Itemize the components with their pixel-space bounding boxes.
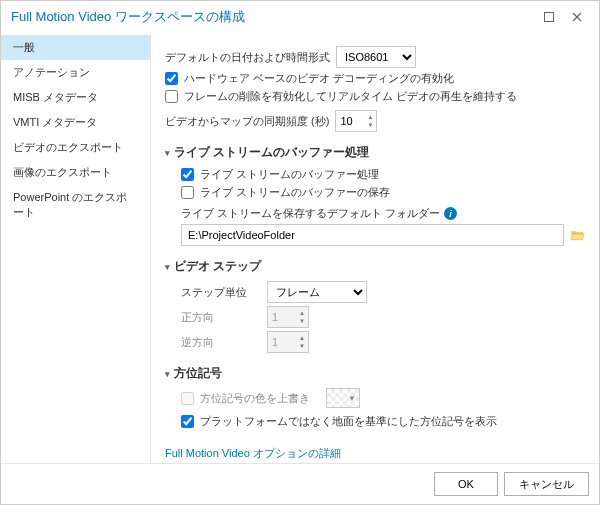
buffer-save-label: ライブ ストリームのバッファーの保存 (200, 185, 390, 200)
sidebar-item-powerpoint[interactable]: PowerPoint のエクスポート (1, 185, 150, 225)
step-section-header[interactable]: ▾ ビデオ ステップ (165, 258, 585, 275)
orient-override-checkbox (181, 392, 194, 405)
buffer-enable-checkbox[interactable] (181, 168, 194, 181)
sidebar-item-misb[interactable]: MISB メタデータ (1, 85, 150, 110)
buffer-save-checkbox[interactable] (181, 186, 194, 199)
step-forward-stepper: ▲▼ (267, 306, 309, 328)
buffer-folder-label: ライブ ストリームを保存するデフォルト フォルダー (181, 206, 440, 221)
buffer-folder-input[interactable] (181, 224, 564, 246)
default-datetime-label: デフォルトの日付および時間形式 (165, 50, 330, 65)
title-bar: Full Motion Video ワークスペースの構成 (1, 1, 599, 33)
buffer-section-header[interactable]: ▾ ライブ ストリームのバッファー処理 (165, 144, 585, 161)
chevron-down-icon[interactable]: ▼ (364, 121, 376, 129)
orient-ground-label: プラットフォームではなく地面を基準にした方位記号を表示 (200, 414, 497, 429)
window-title: Full Motion Video ワークスペースの構成 (11, 8, 535, 26)
sidebar: 一般 アノテーション MISB メタデータ VMTI メタデータ ビデオのエクス… (1, 33, 151, 463)
default-datetime-select[interactable]: ISO8601 (336, 46, 416, 68)
chevron-up-icon: ▲ (296, 334, 308, 342)
step-backward-stepper: ▲▼ (267, 331, 309, 353)
sidebar-item-annotation[interactable]: アノテーション (1, 60, 150, 85)
hw-decode-label: ハードウェア ベースのビデオ デコーディングの有効化 (184, 71, 454, 86)
sync-freq-stepper[interactable]: ▲▼ (335, 110, 377, 132)
orient-ground-checkbox[interactable] (181, 415, 194, 428)
main-area: 一般 アノテーション MISB メタデータ VMTI メタデータ ビデオのエクス… (1, 33, 599, 463)
sidebar-item-image-export[interactable]: 画像のエクスポート (1, 160, 150, 185)
sync-freq-input[interactable] (336, 111, 364, 131)
sidebar-item-general[interactable]: 一般 (1, 35, 150, 60)
chevron-down-icon: ▼ (345, 394, 359, 403)
footer: OK キャンセル (1, 463, 599, 504)
orient-section-header[interactable]: ▾ 方位記号 (165, 365, 585, 382)
chevron-down-icon: ▼ (296, 342, 308, 350)
maximize-icon[interactable] (535, 7, 563, 27)
step-unit-select[interactable]: フレーム (267, 281, 367, 303)
step-forward-input (268, 307, 296, 327)
step-unit-label: ステップ単位 (181, 285, 261, 300)
more-options-link[interactable]: Full Motion Video オプションの詳細 (165, 446, 341, 461)
info-icon[interactable]: i (444, 207, 457, 220)
sync-freq-label: ビデオからマップの同期頻度 (秒) (165, 114, 329, 129)
chevron-up-icon[interactable]: ▲ (364, 113, 376, 121)
chevron-down-icon: ▾ (165, 262, 170, 272)
sidebar-item-vmti[interactable]: VMTI メタデータ (1, 110, 150, 135)
buffer-enable-label: ライブ ストリームのバッファー処理 (200, 167, 379, 182)
step-forward-label: 正方向 (181, 310, 261, 325)
sidebar-item-video-export[interactable]: ビデオのエクスポート (1, 135, 150, 160)
orient-color-swatch: ▼ (326, 388, 360, 408)
chevron-down-icon: ▾ (165, 148, 170, 158)
cancel-button[interactable]: キャンセル (504, 472, 589, 496)
chevron-up-icon: ▲ (296, 309, 308, 317)
svg-rect-0 (545, 13, 554, 22)
hw-decode-checkbox[interactable] (165, 72, 178, 85)
ok-button[interactable]: OK (434, 472, 498, 496)
step-backward-label: 逆方向 (181, 335, 261, 350)
close-icon[interactable] (563, 7, 591, 27)
frame-drop-checkbox[interactable] (165, 90, 178, 103)
frame-drop-label: フレームの削除を有効化してリアルタイム ビデオの再生を維持する (184, 89, 517, 104)
chevron-down-icon: ▾ (165, 369, 170, 379)
folder-open-icon[interactable] (570, 228, 585, 242)
step-backward-input (268, 332, 296, 352)
content-panel: デフォルトの日付および時間形式 ISO8601 ハードウェア ベースのビデオ デ… (151, 33, 599, 463)
orient-override-label: 方位記号の色を上書き (200, 391, 310, 406)
chevron-down-icon: ▼ (296, 317, 308, 325)
